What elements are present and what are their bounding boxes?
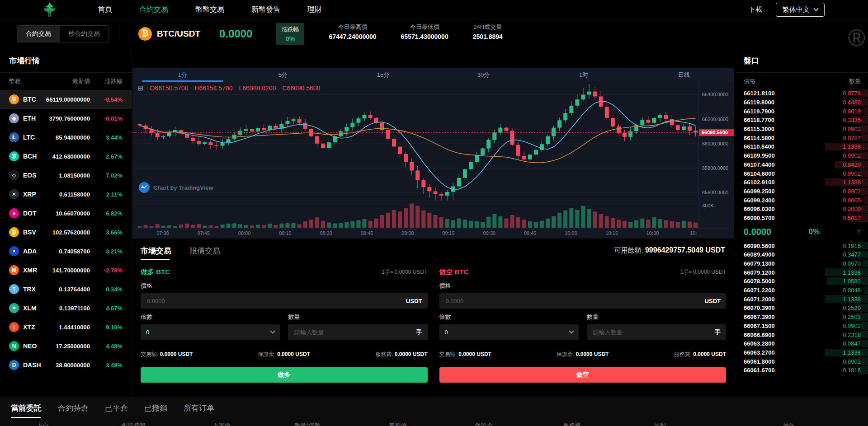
ask-row[interactable]: 66119.80000.4480 bbox=[736, 98, 868, 107]
long-leverage-select[interactable]: 0 bbox=[141, 324, 280, 340]
ask-row[interactable]: 66096.03000.2000 bbox=[736, 205, 868, 214]
coin-row-NEO[interactable]: NNEO17.250000004.48% bbox=[0, 337, 132, 356]
nav-item-合約交易[interactable]: 合約交易 bbox=[126, 5, 182, 14]
timeframe-tab-1分[interactable]: 1分 bbox=[132, 68, 233, 82]
coin-row-XTZ[interactable]: tXTZ1.444100009.10% bbox=[0, 318, 132, 337]
ask-row[interactable]: 66102.91001.1338 bbox=[736, 178, 868, 187]
nav-item-幣幣交易[interactable]: 幣幣交易 bbox=[182, 5, 238, 14]
timeframe-tab-15分[interactable]: 15分 bbox=[333, 68, 434, 82]
long-price-field[interactable] bbox=[146, 297, 406, 305]
coin-row-DASH[interactable]: DDASH38.900000003.48% bbox=[0, 356, 132, 375]
short-amount-field[interactable] bbox=[592, 328, 715, 336]
short-price-field[interactable] bbox=[445, 297, 705, 305]
long-amount-field[interactable] bbox=[293, 328, 416, 336]
orders-tab-已平倉[interactable]: 已平倉 bbox=[105, 403, 128, 418]
coin-row-LTC[interactable]: ŁLTC85.940000003.44% bbox=[0, 128, 132, 147]
orders-tab-當前委託[interactable]: 當前委託 bbox=[11, 403, 42, 418]
bid-row[interactable]: 66061.80000.0902 bbox=[736, 357, 868, 366]
bid-row[interactable]: 66071.20001.1338 bbox=[736, 295, 868, 304]
coin-row-XRP[interactable]: ✕XRP0.611580002.11% bbox=[0, 185, 132, 204]
coin-row-ETH[interactable]: ◆ETH3790.76000000-0.01% bbox=[0, 109, 132, 128]
header-amount: 數量 bbox=[849, 77, 861, 85]
ob-price: 66066.6900 bbox=[744, 332, 775, 338]
ask-row[interactable]: 66104.60000.0902 bbox=[736, 169, 868, 178]
ask-row[interactable]: 66090.57000.5017 bbox=[736, 214, 868, 223]
candle-body bbox=[191, 138, 195, 141]
nav-item-理財[interactable]: 理財 bbox=[294, 5, 335, 14]
bid-row[interactable]: 66078.50001.0582 bbox=[736, 277, 868, 286]
coin-price: 412.68000000 bbox=[45, 153, 90, 160]
timeframe-tab-日线[interactable]: 日线 bbox=[634, 68, 734, 82]
short-amount-input[interactable]: 手 bbox=[587, 324, 726, 340]
ask-row[interactable]: 66109.95000.0902 bbox=[736, 151, 868, 160]
bid-row[interactable]: 66066.69000.2318 bbox=[736, 330, 868, 339]
short-price-input[interactable]: USDT bbox=[439, 293, 726, 309]
logo-phoenix-icon[interactable] bbox=[42, 1, 58, 18]
ask-row[interactable]: 66110.84001.1338 bbox=[736, 142, 868, 151]
coin-row-ADA[interactable]: ✦ADA0.740587003.21% bbox=[0, 242, 132, 261]
tradingview-attribution[interactable]: Chart by TradingView bbox=[139, 182, 213, 193]
bid-row[interactable]: 66089.49000.3477 bbox=[736, 250, 868, 259]
coin-row-BCH[interactable]: ₿BCH412.680000002.67% bbox=[0, 147, 132, 166]
coin-row-TRX[interactable]: TTRX0.137644000.34% bbox=[0, 280, 132, 299]
timeframe-tab-1时[interactable]: 1时 bbox=[533, 68, 634, 82]
nav-item-首頁[interactable]: 首頁 bbox=[84, 5, 126, 14]
ask-row[interactable]: 66115.30000.0902 bbox=[736, 125, 868, 134]
long-submit-button[interactable]: 做多 bbox=[141, 367, 428, 383]
language-select[interactable]: 繁体中文 bbox=[776, 3, 825, 17]
nav-item-新幣發售[interactable]: 新幣發售 bbox=[238, 5, 294, 14]
long-amount-input[interactable]: 手 bbox=[288, 324, 427, 340]
candle-body bbox=[368, 115, 373, 118]
ask-row[interactable]: 66099.25000.0902 bbox=[736, 187, 868, 196]
trade-tab-限價交易[interactable]: 限價交易 bbox=[189, 246, 220, 260]
bid-row[interactable]: 66070.39000.2520 bbox=[736, 304, 868, 313]
bid-row[interactable]: 66079.13000.0570 bbox=[736, 259, 868, 268]
coin-row-DOT[interactable]: ●DOT10.660700006.82% bbox=[0, 204, 132, 223]
registered-mark-icon[interactable]: ® bbox=[848, 26, 865, 50]
bid-row[interactable]: 66079.12001.1338 bbox=[736, 268, 868, 277]
mode-tab-秒合約交易[interactable]: 秒合約交易 bbox=[60, 26, 108, 42]
timeframe-tab-30分[interactable]: 30分 bbox=[433, 68, 533, 82]
mode-tab-合約交易[interactable]: 合約交易 bbox=[17, 26, 60, 42]
bid-row[interactable]: 66071.22000.0049 bbox=[736, 286, 868, 295]
orders-tab-已撤銷[interactable]: 已撤銷 bbox=[144, 403, 167, 418]
balance-label: 可用餘額: bbox=[614, 246, 643, 254]
bid-row[interactable]: 66090.56000.1915 bbox=[736, 241, 868, 250]
time-axis-label: 08:00 bbox=[238, 230, 251, 236]
coin-row-XLM[interactable]: ✶XLM0.139711004.67% bbox=[0, 299, 132, 318]
ask-row[interactable]: 66121.81000.0778 bbox=[736, 89, 868, 98]
ask-row[interactable]: 66099.24000.0065 bbox=[736, 196, 868, 205]
ask-row[interactable]: 66119.79000.0019 bbox=[736, 107, 868, 116]
bid-row[interactable]: 66063.27001.1338 bbox=[736, 348, 868, 357]
coin-row-BTC[interactable]: ₿BTC66119.00000000-0.54% bbox=[0, 90, 132, 109]
volume-bar bbox=[333, 223, 337, 228]
orders-tab-合約持倉[interactable]: 合約持倉 bbox=[58, 403, 89, 418]
bid-row[interactable]: 66067.39000.2501 bbox=[736, 313, 868, 322]
chart-canvas[interactable]: ⊞ O66150.5700H66154.5700L66088.0200C6609… bbox=[132, 82, 734, 239]
coin-price: 102.57620000 bbox=[45, 229, 90, 236]
compare-add-icon[interactable]: ⊞ bbox=[138, 84, 144, 92]
short-leverage-select[interactable]: 0 bbox=[439, 324, 579, 340]
ask-row[interactable]: 66107.44000.8420 bbox=[736, 160, 868, 169]
coin-row-EOS[interactable]: ◇EOS1.081500007.02% bbox=[0, 166, 132, 185]
download-link[interactable]: 下載 bbox=[749, 5, 762, 14]
orders-header-服務費: 服務費 bbox=[563, 421, 581, 426]
candle-body bbox=[492, 132, 496, 140]
bid-row[interactable]: 66067.15000.0902 bbox=[736, 322, 868, 331]
ask-row[interactable]: 66118.77000.3335 bbox=[736, 116, 868, 125]
short-submit-button[interactable]: 做空 bbox=[439, 367, 726, 383]
bid-row[interactable]: 66061.67000.1816 bbox=[736, 366, 868, 375]
depth-bar bbox=[861, 125, 868, 133]
orders-tab-所有订单[interactable]: 所有订单 bbox=[184, 403, 214, 418]
coin-row-XMR[interactable]: MXMR141.70000000-2.78% bbox=[0, 261, 132, 280]
stat-label: 漲跌幅 bbox=[281, 25, 299, 33]
ask-row[interactable]: 66114.58000.0787 bbox=[736, 133, 868, 142]
trade-tab-市場交易[interactable]: 市場交易 bbox=[141, 246, 171, 260]
candle-body bbox=[575, 99, 579, 106]
long-price-input[interactable]: USDT bbox=[141, 293, 428, 309]
volume-bar bbox=[392, 210, 396, 228]
coin-row-BSV[interactable]: ₿BSV102.576200003.66% bbox=[0, 223, 132, 242]
timeframe-tab-5分[interactable]: 5分 bbox=[233, 68, 333, 82]
bid-row[interactable]: 66063.28000.0847 bbox=[736, 339, 868, 348]
depth-bar bbox=[861, 357, 868, 365]
